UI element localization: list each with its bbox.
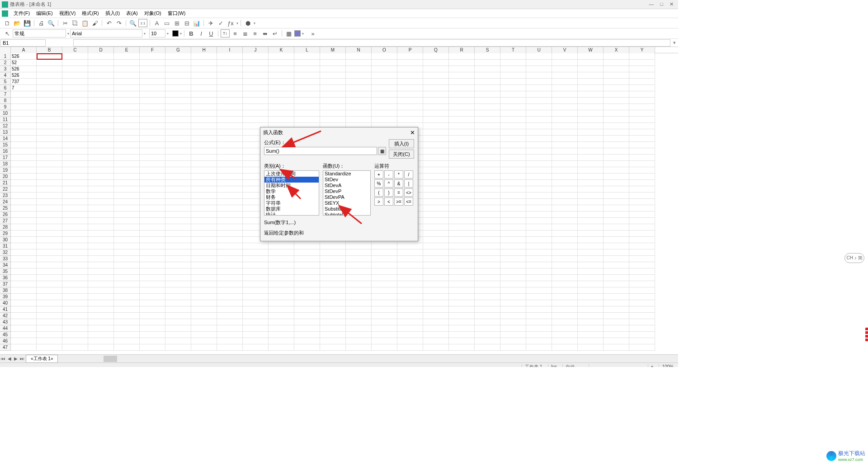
- cell[interactable]: [62, 180, 88, 186]
- cell[interactable]: [604, 237, 629, 243]
- cell[interactable]: [191, 129, 217, 136]
- open-icon[interactable]: 📂: [13, 19, 22, 27]
- cell[interactable]: [165, 136, 191, 142]
- cell[interactable]: 526: [11, 53, 37, 60]
- cell[interactable]: [37, 104, 62, 110]
- cell[interactable]: [449, 148, 475, 155]
- operator-button[interactable]: =: [394, 188, 403, 197]
- row-header[interactable]: 39: [0, 294, 11, 300]
- align-left-icon[interactable]: ≡: [231, 29, 240, 38]
- cell[interactable]: [320, 85, 346, 91]
- cell[interactable]: [578, 155, 604, 161]
- cell[interactable]: [269, 249, 294, 256]
- cell[interactable]: [62, 218, 88, 224]
- cell[interactable]: [346, 256, 372, 262]
- cell[interactable]: [114, 319, 140, 325]
- cell[interactable]: [500, 262, 526, 268]
- cell[interactable]: [165, 85, 191, 91]
- category-item[interactable]: 上次使用时间: [264, 171, 319, 177]
- cell[interactable]: [140, 193, 165, 199]
- cell[interactable]: [500, 136, 526, 142]
- cell[interactable]: [217, 193, 243, 199]
- cell[interactable]: [243, 332, 269, 338]
- cell[interactable]: [604, 136, 629, 142]
- cell[interactable]: [449, 243, 475, 249]
- cell[interactable]: [37, 110, 62, 117]
- cell[interactable]: [475, 129, 500, 136]
- cell[interactable]: [11, 268, 37, 275]
- cell[interactable]: [165, 79, 191, 85]
- cell[interactable]: [165, 300, 191, 306]
- cell[interactable]: [37, 275, 62, 281]
- cell[interactable]: [500, 344, 526, 351]
- menu-object[interactable]: 对象(O): [142, 9, 164, 18]
- cell[interactable]: [449, 53, 475, 60]
- column-header[interactable]: L: [294, 47, 320, 53]
- cell[interactable]: [475, 230, 500, 237]
- cell[interactable]: [294, 306, 320, 313]
- cell[interactable]: [526, 212, 552, 218]
- cell[interactable]: [165, 205, 191, 212]
- cell[interactable]: [320, 91, 346, 98]
- cell[interactable]: [604, 344, 629, 351]
- category-item[interactable]: 统计: [264, 212, 319, 216]
- cell[interactable]: [423, 136, 449, 142]
- cell[interactable]: [346, 319, 372, 325]
- cell[interactable]: [552, 174, 578, 180]
- cell[interactable]: [294, 338, 320, 344]
- cell[interactable]: [269, 344, 294, 351]
- column-header[interactable]: D: [88, 47, 114, 53]
- row-header[interactable]: 38: [0, 287, 11, 294]
- cell[interactable]: [165, 287, 191, 294]
- cell[interactable]: [269, 281, 294, 287]
- column-header[interactable]: E: [114, 47, 140, 53]
- cell[interactable]: [372, 91, 397, 98]
- cell[interactable]: [37, 180, 62, 186]
- cell[interactable]: [140, 300, 165, 306]
- cell[interactable]: [423, 72, 449, 79]
- cell[interactable]: [294, 262, 320, 268]
- cell[interactable]: [294, 344, 320, 351]
- cell[interactable]: [423, 186, 449, 193]
- cell[interactable]: [449, 212, 475, 218]
- align-center-icon[interactable]: ≣: [241, 29, 250, 38]
- cell[interactable]: [62, 224, 88, 230]
- cell[interactable]: [11, 129, 37, 136]
- cell[interactable]: [114, 294, 140, 300]
- cell[interactable]: [294, 60, 320, 66]
- cell[interactable]: [37, 344, 62, 351]
- cell[interactable]: [165, 193, 191, 199]
- cell[interactable]: [397, 268, 423, 275]
- cell[interactable]: [140, 53, 165, 60]
- cell[interactable]: [165, 332, 191, 338]
- column-header[interactable]: Y: [629, 47, 655, 53]
- cell[interactable]: [604, 85, 629, 91]
- cell[interactable]: [449, 161, 475, 167]
- row-header[interactable]: 35: [0, 268, 11, 275]
- cell[interactable]: [578, 136, 604, 142]
- cell[interactable]: [62, 123, 88, 129]
- cell[interactable]: [11, 332, 37, 338]
- cell[interactable]: [37, 186, 62, 193]
- cell[interactable]: [191, 275, 217, 281]
- cell[interactable]: [11, 136, 37, 142]
- font-color-swatch[interactable]: [172, 30, 179, 37]
- cell[interactable]: [346, 306, 372, 313]
- cell[interactable]: [604, 161, 629, 167]
- cell[interactable]: [475, 344, 500, 351]
- cell[interactable]: [552, 186, 578, 193]
- cell[interactable]: [114, 281, 140, 287]
- cell[interactable]: [62, 136, 88, 142]
- cell[interactable]: [217, 287, 243, 294]
- cell[interactable]: [526, 332, 552, 338]
- cell[interactable]: 526: [11, 66, 37, 72]
- cell[interactable]: [243, 256, 269, 262]
- cell[interactable]: [320, 319, 346, 325]
- underline-icon[interactable]: U: [207, 29, 216, 38]
- cell[interactable]: [294, 79, 320, 85]
- cell[interactable]: [423, 319, 449, 325]
- cell[interactable]: [140, 85, 165, 91]
- cell[interactable]: [629, 319, 655, 325]
- cell[interactable]: [604, 205, 629, 212]
- cell[interactable]: [243, 104, 269, 110]
